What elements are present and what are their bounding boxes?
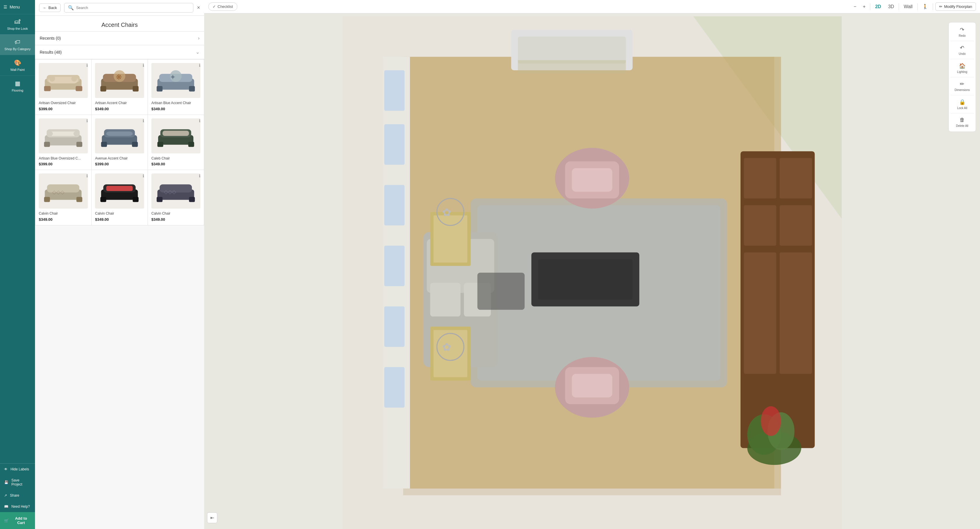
undo-button[interactable]: ↶ Undo [951, 42, 974, 58]
modify-floorplan-label: Modify Floorplan [944, 5, 972, 9]
svg-rect-21 [44, 142, 50, 147]
sidebar-item-shop-the-look[interactable]: 🛋 Shop the Look [0, 14, 35, 34]
product-price: $399.00 [39, 162, 88, 166]
product-card[interactable]: ℹ ◇◇◇ Calvin Chair $349.00 [148, 170, 204, 225]
redo-button[interactable]: ↷ Redo [951, 24, 974, 40]
product-image [151, 118, 200, 153]
product-name: Caleb Chair [151, 156, 200, 161]
lock-all-button[interactable]: 🔒 Lock All [951, 97, 974, 112]
need-help-button[interactable]: 📖 Need Help? [0, 501, 35, 512]
checklist-button[interactable]: ✓ Checklist [208, 2, 237, 11]
svg-rect-30 [107, 131, 133, 136]
svg-rect-49 [189, 197, 195, 202]
collapse-icon: ⇤ [210, 515, 214, 520]
room-svg: ✿ ✿ [204, 16, 980, 529]
hide-labels-button[interactable]: 👁 Hide Labels [0, 464, 35, 475]
info-icon[interactable]: ℹ [199, 118, 200, 123]
results-label: Results (48) [40, 50, 62, 54]
product-card[interactable]: ℹ Avenue Accent Chair $399.00 [92, 115, 148, 170]
product-card[interactable]: ℹ ✦ Artisan Blue Accent Chair $349.00 [148, 59, 204, 114]
save-project-button[interactable]: 💾 Save Project [0, 475, 35, 490]
collapse-panel-button[interactable]: ⇤ [207, 512, 217, 523]
info-icon[interactable]: ℹ [86, 118, 88, 123]
product-card[interactable]: ℹ Artisan Blue Oversized C... $399.00 [35, 115, 91, 170]
svg-text:❋: ❋ [116, 73, 122, 81]
zoom-out-button[interactable]: − [851, 3, 859, 11]
recents-section[interactable]: Recents (0) › [35, 32, 204, 45]
dimensions-button[interactable]: ✏ Dimensions [951, 78, 974, 94]
product-name: Artisan Blue Accent Chair [151, 101, 200, 106]
search-bar[interactable]: 🔍 [64, 3, 194, 13]
2d-label: 2D [875, 4, 881, 9]
delete-all-button[interactable]: 🗑 Delete All [951, 114, 974, 130]
product-card[interactable]: ℹ ◇◇◇ Calvin Chair $349.00 [35, 170, 91, 225]
lighting-button[interactable]: 🏠 Lighting [951, 60, 974, 76]
sidebar-item-label: Flooring [12, 89, 23, 92]
zoom-in-button[interactable]: + [861, 3, 868, 11]
svg-rect-77 [430, 283, 461, 317]
svg-rect-62 [384, 367, 404, 408]
need-help-label: Need Help? [11, 505, 30, 508]
search-input[interactable] [76, 6, 190, 10]
edit-icon: ✏ [939, 5, 942, 9]
wall-paint-icon: 🎨 [14, 59, 21, 66]
info-icon[interactable]: ℹ [199, 173, 200, 178]
sidebar-item-shop-by-category[interactable]: 🏷 Shop By Category [0, 34, 35, 55]
product-price: $349.00 [95, 217, 144, 222]
back-button[interactable]: ← Back [39, 3, 60, 12]
product-name: Calvin Chair [39, 211, 88, 216]
save-icon: 💾 [4, 480, 8, 485]
add-to-cart-button[interactable]: 🛒 Add to Cart [0, 512, 35, 529]
lighting-label: Lighting [957, 70, 967, 73]
separator [951, 77, 974, 77]
svg-rect-83 [572, 168, 612, 192]
close-button[interactable]: × [197, 5, 200, 11]
room-canvas[interactable]: ✿ ✿ [204, 16, 980, 529]
info-icon[interactable]: ℹ [143, 173, 144, 178]
product-price: $349.00 [151, 217, 200, 222]
divider [870, 3, 870, 10]
svg-point-25 [73, 131, 78, 136]
svg-rect-68 [780, 158, 812, 199]
product-card[interactable]: ℹ Calvin Chair $349.00 [92, 170, 148, 225]
svg-rect-48 [157, 197, 162, 202]
view-2d-button[interactable]: 2D [873, 3, 883, 11]
svg-rect-65 [518, 60, 626, 73]
svg-rect-80 [538, 259, 633, 300]
svg-text:✦: ✦ [170, 73, 176, 81]
separator [951, 59, 974, 59]
modify-floorplan-button[interactable]: ✏ Modify Floorplan [935, 2, 976, 11]
shop-the-look-icon: 🛋 [14, 18, 21, 25]
share-button[interactable]: ↗ Share [0, 490, 35, 501]
svg-rect-43 [100, 197, 106, 202]
search-icon: 🔍 [68, 5, 74, 11]
svg-point-98 [760, 406, 781, 436]
sidebar-item-flooring[interactable]: ▦ Flooring [0, 76, 35, 96]
info-icon[interactable]: ℹ [199, 63, 200, 68]
checklist-icon: ✓ [213, 5, 216, 9]
product-card[interactable]: ℹ Caleb Chair $349.00 [148, 115, 204, 170]
sidebar-item-wall-paint[interactable]: 🎨 Wall Paint [0, 55, 35, 76]
undo-icon: ↶ [960, 44, 964, 51]
svg-rect-88 [433, 215, 467, 262]
info-icon[interactable]: ℹ [86, 173, 88, 178]
product-image: ◇◇◇ [39, 173, 88, 208]
menu-button[interactable]: ☰ Menu [0, 0, 35, 14]
info-icon[interactable]: ℹ [86, 63, 88, 68]
view-3d-button[interactable]: 3D [886, 3, 896, 11]
svg-rect-15 [157, 86, 162, 92]
product-image [95, 173, 144, 208]
chevron-down-icon: ⌄ [196, 49, 199, 55]
svg-point-5 [49, 76, 55, 82]
hide-labels-label: Hide Labels [11, 467, 29, 471]
svg-rect-72 [780, 253, 812, 374]
lock-icon: 🔒 [959, 99, 966, 105]
wall-button[interactable]: Wall [901, 3, 915, 11]
product-card[interactable]: ℹ Aritsan Oversized Chair $399.00 [35, 59, 91, 114]
walk-button[interactable]: 🚶 [920, 3, 931, 11]
share-icon: ↗ [4, 493, 7, 497]
info-icon[interactable]: ℹ [143, 63, 144, 68]
product-card[interactable]: ℹ ❋ Artisan Accent Chair $349.00 [92, 59, 148, 114]
results-section[interactable]: Results (48) ⌄ [35, 45, 204, 59]
info-icon[interactable]: ℹ [143, 118, 144, 123]
